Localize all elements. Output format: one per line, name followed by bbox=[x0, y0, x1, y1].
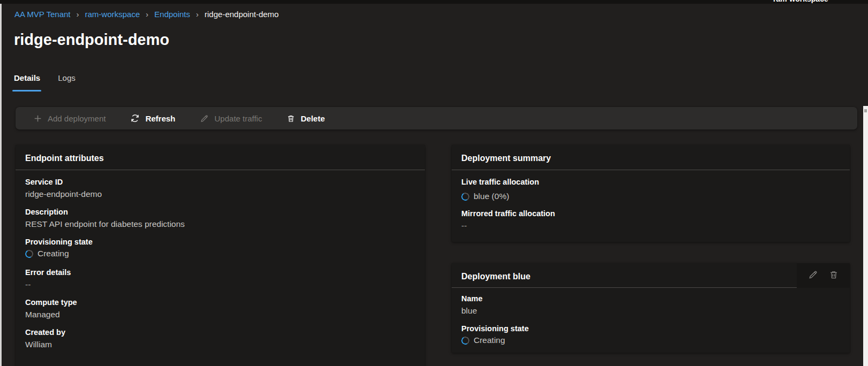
field-value: Managed bbox=[25, 309, 415, 319]
field-label: Created by bbox=[25, 329, 415, 337]
field-label: Compute type bbox=[25, 299, 415, 307]
pencil-icon bbox=[200, 114, 209, 123]
field-value: -- bbox=[461, 220, 840, 231]
field-value: blue (0%) bbox=[474, 192, 509, 201]
left-edge-strip bbox=[0, 3, 2, 366]
breadcrumb: AA MVP Tenant › ram-workspace › Endpoint… bbox=[14, 10, 279, 19]
breadcrumb-workspace-link[interactable]: ram-workspace bbox=[85, 10, 140, 19]
deployment-summary-card: Deployment summary Live traffic allocati… bbox=[452, 145, 850, 242]
refresh-button[interactable]: Refresh bbox=[130, 113, 175, 123]
tab-logs[interactable]: Logs bbox=[58, 73, 76, 82]
field-label: Error details bbox=[25, 269, 415, 277]
spinner-icon bbox=[460, 336, 470, 345]
chevron-right-icon: › bbox=[196, 10, 199, 19]
field-value: ridge-endpoint-demo bbox=[25, 189, 415, 199]
tab-bar: Details Logs bbox=[14, 73, 76, 82]
field-created-by: Created by William bbox=[25, 329, 415, 349]
deployment-blue-card: Deployment blue bbox=[452, 263, 850, 353]
field-value: REST API endpoint for diabetes predictio… bbox=[25, 219, 415, 229]
update-traffic-button[interactable]: Update traffic bbox=[200, 114, 262, 123]
provisioning-state-row: Creating bbox=[461, 334, 840, 346]
field-label: Service ID bbox=[25, 178, 415, 186]
field-label: Provisioning state bbox=[461, 325, 840, 333]
live-traffic-row: blue (0%) bbox=[461, 190, 840, 202]
breadcrumb-tenant-link[interactable]: AA MVP Tenant bbox=[14, 10, 71, 19]
deployment-summary-header: Deployment summary bbox=[452, 145, 850, 170]
scrollbar[interactable] bbox=[863, 106, 868, 366]
deployment-blue-title: Deployment blue bbox=[461, 272, 530, 281]
pencil-icon bbox=[808, 270, 818, 281]
clipped-workspace-label: ram-workspace bbox=[773, 0, 828, 3]
field-value: -- bbox=[25, 279, 415, 289]
endpoint-attributes-body: Service ID ridge-endpoint-demo Descripti… bbox=[16, 170, 425, 349]
field-value: blue bbox=[461, 306, 840, 316]
field-compute-type: Compute type Managed bbox=[25, 299, 415, 319]
page-title: ridge-endpoint-demo bbox=[14, 31, 169, 49]
field-value: William bbox=[25, 339, 415, 349]
add-deployment-label: Add deployment bbox=[48, 114, 106, 123]
field-service-id: Service ID ridge-endpoint-demo bbox=[25, 178, 415, 199]
field-mirrored-traffic: Mirrored traffic allocation -- bbox=[461, 210, 840, 231]
field-label: Name bbox=[461, 295, 840, 303]
chevron-right-icon: › bbox=[77, 10, 79, 19]
delete-deployment-button[interactable] bbox=[829, 270, 839, 281]
active-tab-underline bbox=[12, 90, 41, 92]
deployment-blue-header: Deployment blue bbox=[452, 263, 850, 288]
field-description: Description REST API endpoint for diabet… bbox=[25, 208, 415, 229]
plus-icon bbox=[33, 114, 42, 123]
field-name: Name blue bbox=[461, 295, 840, 316]
refresh-label: Refresh bbox=[145, 114, 175, 123]
field-label: Provisioning state bbox=[25, 238, 415, 246]
chevron-right-icon: › bbox=[146, 10, 148, 19]
deployment-summary-body: Live traffic allocation blue (0%) Mirror… bbox=[452, 170, 850, 231]
refresh-icon bbox=[130, 113, 140, 123]
top-clipped-header: ram-workspace bbox=[0, 0, 868, 4]
deployment-actions bbox=[797, 263, 850, 288]
field-value: Creating bbox=[474, 336, 505, 345]
trash-icon bbox=[829, 270, 839, 281]
edit-deployment-button[interactable] bbox=[808, 270, 818, 281]
field-label: Live traffic allocation bbox=[461, 178, 840, 186]
trash-icon bbox=[287, 114, 295, 123]
field-label: Mirrored traffic allocation bbox=[461, 210, 840, 218]
deployment-blue-body: Name blue Provisioning state Creating bbox=[452, 288, 850, 346]
spinner-icon bbox=[460, 192, 470, 201]
delete-label: Delete bbox=[301, 114, 325, 123]
add-deployment-button[interactable]: Add deployment bbox=[33, 114, 106, 123]
field-value: Creating bbox=[38, 249, 69, 258]
command-toolbar: Add deployment Refresh Update traffic bbox=[16, 107, 857, 129]
field-provisioning-state: Provisioning state Creating bbox=[25, 238, 415, 260]
provisioning-state-row: Creating bbox=[25, 248, 415, 260]
scrollbar-thumb[interactable] bbox=[864, 109, 867, 112]
field-provisioning-state: Provisioning state Creating bbox=[461, 325, 840, 346]
breadcrumb-current-item: ridge-endpoint-demo bbox=[205, 10, 279, 19]
field-live-traffic: Live traffic allocation blue (0%) bbox=[461, 178, 840, 202]
field-label: Description bbox=[25, 208, 415, 216]
field-error-details: Error details -- bbox=[25, 269, 415, 289]
update-traffic-label: Update traffic bbox=[214, 114, 262, 123]
endpoint-attributes-header: Endpoint attributes bbox=[16, 145, 425, 170]
endpoint-attributes-card: Endpoint attributes Service ID ridge-end… bbox=[16, 145, 425, 366]
spinner-icon bbox=[24, 249, 34, 258]
breadcrumb-endpoints-link[interactable]: Endpoints bbox=[154, 10, 190, 19]
delete-button[interactable]: Delete bbox=[287, 114, 325, 123]
tab-details[interactable]: Details bbox=[14, 73, 40, 82]
